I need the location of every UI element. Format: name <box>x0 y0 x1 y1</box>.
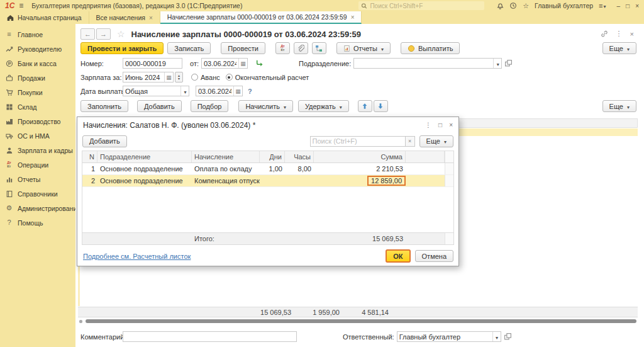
pay-date-input[interactable] <box>196 86 233 96</box>
vertical-scroll-gutter[interactable] <box>445 233 453 244</box>
tab-close-icon[interactable]: × <box>149 14 153 21</box>
calendar-icon[interactable] <box>233 86 242 96</box>
hscroll-left-stub[interactable] <box>79 320 82 323</box>
pay-button[interactable]: Выплатить <box>401 42 460 54</box>
withhold-button[interactable]: Удержать <box>298 100 349 112</box>
responsible-field[interactable] <box>397 331 501 342</box>
department-input[interactable] <box>354 59 493 68</box>
col-department[interactable]: Подразделение <box>97 151 192 162</box>
move-row-up-button[interactable] <box>358 100 372 112</box>
salary-period-field[interactable] <box>123 72 174 82</box>
global-search-input[interactable] <box>370 3 482 9</box>
accrue-button[interactable]: Начислить <box>238 100 293 112</box>
dropdown-caret-icon[interactable] <box>492 332 501 341</box>
horizontal-scrollbar[interactable] <box>86 319 636 323</box>
col-days[interactable]: Дни <box>260 151 285 162</box>
notifications-bell-icon[interactable] <box>496 2 504 9</box>
form-close-icon[interactable]: × <box>630 30 634 38</box>
table-row[interactable]: 1 Основное подразделение Оплата по оклад… <box>82 163 453 175</box>
pay-date-kind-select[interactable] <box>123 86 189 96</box>
sidebar-item-operations[interactable]: ДтКтОперации <box>0 157 75 172</box>
table-more-button[interactable]: Еще <box>602 100 636 112</box>
tab-salary-accrual-doc[interactable]: Начисление зарплаты 0000-000019 от 03.06… <box>160 11 362 24</box>
col-hours[interactable]: Часы <box>285 151 314 162</box>
sidebar-item-salary-hr[interactable]: Зарплата и кадры <box>0 143 75 157</box>
pick-button[interactable]: Подбор <box>191 100 229 112</box>
dialog-add-button[interactable]: Добавить <box>82 135 127 147</box>
table-row-selected[interactable]: 2 Основное подразделение Компенсация отп… <box>82 175 453 187</box>
number-field[interactable] <box>123 58 182 69</box>
favorite-star-icon[interactable]: ☆ <box>117 29 125 39</box>
col-n[interactable]: N <box>82 151 97 162</box>
tab-close-icon[interactable]: × <box>351 14 355 21</box>
salary-period-input[interactable] <box>123 72 164 82</box>
dialog-menu-dots-icon[interactable]: ⋮ <box>425 122 431 128</box>
date-field[interactable] <box>201 58 248 69</box>
comment-field[interactable] <box>123 331 297 342</box>
responsible-input[interactable] <box>397 332 492 341</box>
move-row-down-button[interactable] <box>374 100 388 112</box>
sidebar-item-help[interactable]: ?Помощь <box>0 215 75 230</box>
dropdown-caret-icon[interactable] <box>493 59 501 68</box>
favorites-star-icon[interactable]: ☆ <box>523 2 529 10</box>
dialog-search-field[interactable] <box>310 136 406 147</box>
col-sum[interactable]: Сумма <box>314 151 406 162</box>
sidebar-item-references[interactable]: Справочники <box>0 186 75 201</box>
sidebar-item-reports[interactable]: Отчеты <box>0 172 75 186</box>
form-menu-dots-icon[interactable]: ⋮ <box>616 30 623 38</box>
add-row-button[interactable]: Добавить <box>137 100 182 112</box>
sidebar-item-bank-cash[interactable]: Банк и касса <box>0 56 75 71</box>
get-link-icon[interactable] <box>601 30 608 38</box>
dialog-search-input[interactable] <box>311 137 405 146</box>
pay-date-kind-input[interactable] <box>123 86 180 96</box>
reports-button[interactable]: Отчеты <box>336 42 391 54</box>
sidebar-item-fixed-assets[interactable]: ОС и НМА <box>0 128 75 143</box>
tab-all-accruals[interactable]: Все начисления × <box>89 11 160 24</box>
sidebar-item-sales[interactable]: Продажи <box>0 71 75 85</box>
save-button[interactable]: Записать <box>167 42 211 54</box>
dropdown-caret-icon[interactable] <box>180 86 189 96</box>
current-user[interactable]: Главный бухгалтер <box>535 2 593 9</box>
post-button[interactable]: Провести <box>221 42 265 54</box>
sidebar-item-production[interactable]: Производство <box>0 114 75 128</box>
dialog-close-icon[interactable]: × <box>449 122 453 128</box>
open-item-icon[interactable] <box>504 333 512 341</box>
show-postings-dtkt-button[interactable]: ДтКт <box>275 42 290 54</box>
form-more-button[interactable]: Еще <box>602 42 636 54</box>
window-close-button[interactable]: × <box>635 3 639 9</box>
service-menu-icon[interactable]: ≡ <box>599 2 606 9</box>
sidebar-item-administration[interactable]: ⚙Администрирование <box>0 201 75 215</box>
comment-input[interactable] <box>123 332 296 341</box>
help-icon[interactable]: ? <box>248 88 252 95</box>
vertical-scroll-gutter[interactable] <box>445 175 453 186</box>
period-spinner[interactable]: ▴▾ <box>175 72 183 82</box>
number-input[interactable] <box>123 59 182 68</box>
nav-forward-button[interactable]: → <box>96 28 111 40</box>
open-item-icon[interactable] <box>504 59 513 67</box>
pay-date-field[interactable] <box>196 86 243 96</box>
global-search[interactable] <box>358 1 484 10</box>
post-and-close-button[interactable]: Провести и закрыть <box>80 42 164 54</box>
nav-back-button[interactable]: ← <box>80 28 95 40</box>
vertical-scroll-gutter[interactable] <box>445 151 453 162</box>
date-input[interactable] <box>202 59 238 68</box>
sidebar-item-main[interactable]: ≡Главное <box>0 27 75 42</box>
clear-search-icon[interactable]: × <box>406 136 415 147</box>
dialog-more-button[interactable]: Еще <box>419 135 453 147</box>
attachments-button[interactable] <box>294 42 308 54</box>
advance-radio[interactable]: Аванс <box>191 74 220 81</box>
calendar-icon[interactable] <box>238 59 247 68</box>
sidebar-item-purchases[interactable]: Покупки <box>0 85 75 100</box>
sidebar-item-manager[interactable]: Руководителю <box>0 42 75 56</box>
window-minimize-button[interactable]: – <box>617 3 621 9</box>
final-settlement-radio[interactable]: Окончательный расчет <box>226 74 309 81</box>
related-documents-button[interactable] <box>312 42 326 54</box>
tab-home[interactable]: Начальная страница <box>0 11 89 24</box>
window-maximize-button[interactable]: □ <box>626 3 630 9</box>
vertical-scroll-gutter[interactable] <box>445 163 453 174</box>
create-based-on-icon[interactable] <box>255 59 264 67</box>
col-accrual[interactable]: Начисление <box>192 151 260 162</box>
sidebar-item-warehouse[interactable]: Склад <box>0 100 75 114</box>
payslip-details-link[interactable]: Подробнее см. Расчетный листок <box>83 253 191 260</box>
calendar-icon[interactable] <box>164 72 173 82</box>
